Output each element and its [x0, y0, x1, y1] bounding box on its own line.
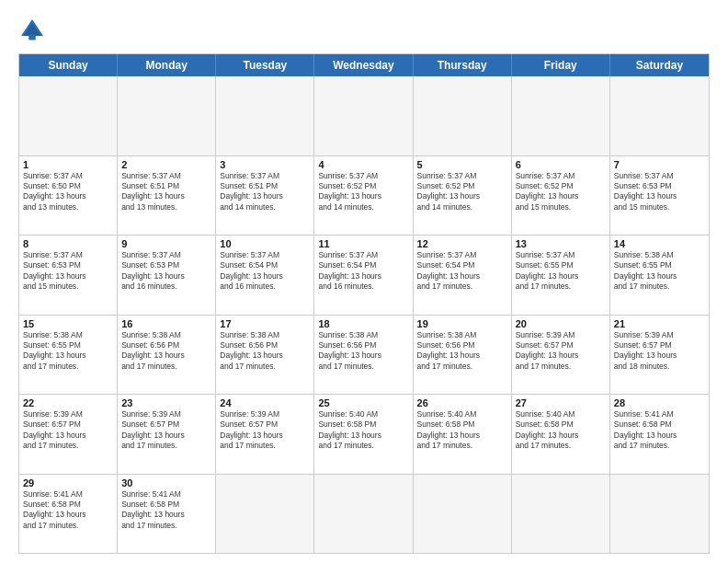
calendar-cell: 7Sunrise: 5:37 AM Sunset: 6:53 PM Daylig… — [610, 156, 709, 236]
calendar-cell — [19, 76, 118, 155]
calendar-cell: 26Sunrise: 5:40 AM Sunset: 6:58 PM Dayli… — [414, 395, 512, 474]
calendar-cell: 17Sunrise: 5:38 AM Sunset: 6:56 PM Dayli… — [216, 316, 314, 395]
logo-icon — [18, 17, 46, 44]
calendar-cell — [610, 475, 709, 554]
day-info: Sunrise: 5:39 AM Sunset: 6:57 PM Dayligh… — [614, 330, 705, 373]
calendar-cell — [314, 76, 413, 155]
day-info: Sunrise: 5:41 AM Sunset: 6:58 PM Dayligh… — [23, 489, 113, 532]
day-number: 20 — [516, 318, 606, 329]
day-number: 2 — [121, 159, 211, 170]
day-info: Sunrise: 5:37 AM Sunset: 6:52 PM Dayligh… — [417, 171, 507, 213]
day-info: Sunrise: 5:38 AM Sunset: 6:55 PM Dayligh… — [614, 250, 705, 293]
calendar-cell: 13Sunrise: 5:37 AM Sunset: 6:55 PM Dayli… — [512, 236, 610, 315]
calendar-cell: 1Sunrise: 5:37 AM Sunset: 6:50 PM Daylig… — [19, 156, 118, 236]
day-number: 18 — [318, 318, 408, 329]
day-info: Sunrise: 5:40 AM Sunset: 6:58 PM Dayligh… — [516, 409, 606, 452]
day-number: 19 — [417, 318, 507, 329]
calendar-cell: 29Sunrise: 5:41 AM Sunset: 6:58 PM Dayli… — [19, 475, 118, 554]
calendar-cell — [216, 475, 314, 554]
calendar-row-4: 22Sunrise: 5:39 AM Sunset: 6:57 PM Dayli… — [19, 395, 709, 475]
day-header-monday: Monday — [118, 54, 216, 76]
day-number: 14 — [614, 238, 705, 249]
calendar-cell: 5Sunrise: 5:37 AM Sunset: 6:52 PM Daylig… — [414, 156, 512, 236]
page: SundayMondayTuesdayWednesdayThursdayFrid… — [0, 0, 728, 563]
day-info: Sunrise: 5:38 AM Sunset: 6:56 PM Dayligh… — [220, 330, 310, 373]
day-info: Sunrise: 5:37 AM Sunset: 6:55 PM Dayligh… — [516, 250, 606, 293]
calendar-cell: 20Sunrise: 5:39 AM Sunset: 6:57 PM Dayli… — [512, 316, 610, 395]
day-info: Sunrise: 5:40 AM Sunset: 6:58 PM Dayligh… — [417, 409, 507, 452]
day-info: Sunrise: 5:37 AM Sunset: 6:50 PM Dayligh… — [23, 171, 113, 213]
day-number: 5 — [417, 159, 507, 170]
day-info: Sunrise: 5:38 AM Sunset: 6:55 PM Dayligh… — [23, 330, 113, 373]
day-info: Sunrise: 5:41 AM Sunset: 6:58 PM Dayligh… — [614, 409, 705, 452]
calendar-header: SundayMondayTuesdayWednesdayThursdayFrid… — [19, 54, 709, 76]
calendar-cell: 14Sunrise: 5:38 AM Sunset: 6:55 PM Dayli… — [610, 236, 709, 315]
calendar-body: 1Sunrise: 5:37 AM Sunset: 6:50 PM Daylig… — [19, 76, 709, 553]
calendar-cell: 3Sunrise: 5:37 AM Sunset: 6:51 PM Daylig… — [216, 156, 314, 236]
svg-rect-2 — [28, 35, 36, 40]
day-info: Sunrise: 5:40 AM Sunset: 6:58 PM Dayligh… — [318, 409, 408, 452]
day-header-sunday: Sunday — [19, 54, 118, 76]
day-number: 30 — [121, 477, 211, 488]
day-info: Sunrise: 5:37 AM Sunset: 6:53 PM Dayligh… — [614, 171, 705, 213]
calendar-cell — [314, 475, 413, 554]
day-info: Sunrise: 5:37 AM Sunset: 6:52 PM Dayligh… — [318, 171, 408, 213]
day-info: Sunrise: 5:37 AM Sunset: 6:54 PM Dayligh… — [220, 250, 310, 293]
calendar-cell — [610, 76, 709, 155]
day-number: 25 — [318, 397, 408, 408]
day-info: Sunrise: 5:39 AM Sunset: 6:57 PM Dayligh… — [516, 330, 606, 373]
day-header-thursday: Thursday — [414, 54, 512, 76]
day-number: 4 — [318, 159, 408, 170]
day-header-friday: Friday — [512, 54, 610, 76]
day-info: Sunrise: 5:38 AM Sunset: 6:56 PM Dayligh… — [121, 330, 211, 373]
calendar-cell: 24Sunrise: 5:39 AM Sunset: 6:57 PM Dayli… — [216, 395, 314, 474]
day-number: 26 — [417, 397, 507, 408]
calendar-cell — [216, 76, 314, 155]
day-info: Sunrise: 5:37 AM Sunset: 6:53 PM Dayligh… — [121, 250, 211, 293]
day-info: Sunrise: 5:41 AM Sunset: 6:58 PM Dayligh… — [121, 489, 211, 532]
day-number: 8 — [23, 238, 113, 249]
day-header-tuesday: Tuesday — [216, 54, 314, 76]
calendar-row-3: 15Sunrise: 5:38 AM Sunset: 6:55 PM Dayli… — [19, 316, 709, 396]
day-number: 16 — [121, 318, 211, 329]
day-number: 28 — [614, 397, 705, 408]
calendar-cell: 10Sunrise: 5:37 AM Sunset: 6:54 PM Dayli… — [216, 236, 314, 315]
day-number: 27 — [516, 397, 606, 408]
calendar-row-2: 8Sunrise: 5:37 AM Sunset: 6:53 PM Daylig… — [19, 236, 709, 316]
calendar-cell: 23Sunrise: 5:39 AM Sunset: 6:57 PM Dayli… — [118, 395, 216, 474]
day-number: 1 — [23, 159, 113, 170]
calendar-cell: 6Sunrise: 5:37 AM Sunset: 6:52 PM Daylig… — [512, 156, 610, 236]
day-info: Sunrise: 5:37 AM Sunset: 6:51 PM Dayligh… — [121, 171, 211, 213]
day-number: 11 — [318, 238, 408, 249]
day-number: 7 — [614, 159, 705, 170]
calendar-cell: 27Sunrise: 5:40 AM Sunset: 6:58 PM Dayli… — [512, 395, 610, 474]
day-number: 9 — [121, 238, 211, 249]
calendar-cell: 22Sunrise: 5:39 AM Sunset: 6:57 PM Dayli… — [19, 395, 118, 474]
calendar-cell: 18Sunrise: 5:38 AM Sunset: 6:56 PM Dayli… — [314, 316, 413, 395]
day-info: Sunrise: 5:38 AM Sunset: 6:56 PM Dayligh… — [318, 330, 408, 373]
day-info: Sunrise: 5:37 AM Sunset: 6:54 PM Dayligh… — [417, 250, 507, 293]
calendar: SundayMondayTuesdayWednesdayThursdayFrid… — [18, 53, 710, 554]
calendar-cell — [512, 475, 610, 554]
calendar-cell: 11Sunrise: 5:37 AM Sunset: 6:54 PM Dayli… — [314, 236, 413, 315]
calendar-cell: 19Sunrise: 5:38 AM Sunset: 6:56 PM Dayli… — [414, 316, 512, 395]
day-info: Sunrise: 5:37 AM Sunset: 6:52 PM Dayligh… — [516, 171, 606, 213]
calendar-cell: 8Sunrise: 5:37 AM Sunset: 6:53 PM Daylig… — [19, 236, 118, 315]
day-number: 15 — [23, 318, 113, 329]
day-number: 29 — [23, 477, 113, 488]
calendar-cell — [118, 76, 216, 155]
calendar-cell: 21Sunrise: 5:39 AM Sunset: 6:57 PM Dayli… — [610, 316, 709, 395]
day-info: Sunrise: 5:37 AM Sunset: 6:53 PM Dayligh… — [23, 250, 113, 293]
day-info: Sunrise: 5:39 AM Sunset: 6:57 PM Dayligh… — [121, 409, 211, 452]
day-number: 22 — [23, 397, 113, 408]
calendar-cell: 16Sunrise: 5:38 AM Sunset: 6:56 PM Dayli… — [118, 316, 216, 395]
calendar-cell: 12Sunrise: 5:37 AM Sunset: 6:54 PM Dayli… — [414, 236, 512, 315]
day-number: 12 — [417, 238, 507, 249]
calendar-cell: 2Sunrise: 5:37 AM Sunset: 6:51 PM Daylig… — [118, 156, 216, 236]
calendar-cell: 4Sunrise: 5:37 AM Sunset: 6:52 PM Daylig… — [314, 156, 413, 236]
day-number: 23 — [121, 397, 211, 408]
calendar-cell: 15Sunrise: 5:38 AM Sunset: 6:55 PM Dayli… — [19, 316, 118, 395]
day-number: 24 — [220, 397, 310, 408]
day-info: Sunrise: 5:39 AM Sunset: 6:57 PM Dayligh… — [220, 409, 310, 452]
day-number: 10 — [220, 238, 310, 249]
